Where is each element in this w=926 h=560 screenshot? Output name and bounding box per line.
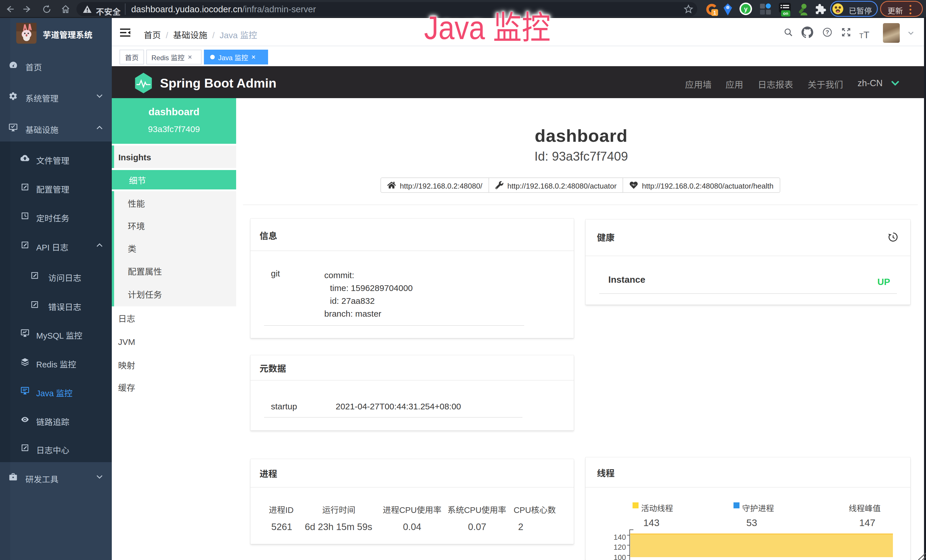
- svg-text:?: ?: [826, 28, 829, 36]
- svg-text:1: 1: [713, 9, 716, 16]
- svg-text:on: on: [783, 10, 788, 16]
- svg-text:y: y: [744, 4, 748, 13]
